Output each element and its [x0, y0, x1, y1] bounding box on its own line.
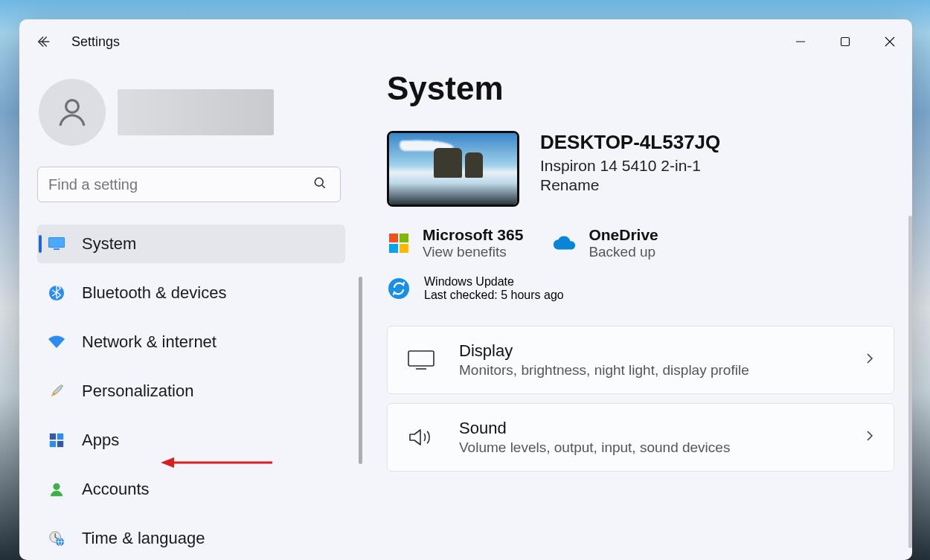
sidebar-item-label: Network & internet: [82, 332, 217, 352]
tile-title: Microsoft 365: [423, 226, 523, 244]
device-info: DESKTOP-4L537JQ Inspiron 14 5410 2-in-1 …: [540, 131, 720, 194]
sidebar-item-label: Personalization: [82, 382, 193, 401]
sidebar-item-label: Bluetooth & devices: [82, 283, 226, 303]
tile-sub: View benefits: [423, 244, 523, 260]
svg-rect-10: [57, 441, 63, 447]
card-display[interactable]: Display Monitors, brightness, night ligh…: [387, 326, 894, 394]
svg-rect-14: [389, 234, 398, 242]
card-title: Sound: [459, 419, 730, 438]
card-sub: Volume levels, output, input, sound devi…: [459, 440, 730, 456]
svg-rect-19: [408, 351, 434, 366]
wallpaper-image: [389, 133, 517, 205]
device-model: Inspiron 14 5410 2-in-1: [540, 157, 720, 175]
minimize-icon: [795, 36, 806, 47]
svg-rect-0: [841, 38, 850, 46]
sidebar-item-network[interactable]: Network & internet: [37, 323, 345, 361]
account-icon: [48, 480, 65, 498]
user-name-placeholder: [118, 89, 274, 135]
page-title: System: [387, 70, 894, 107]
wallpaper-preview[interactable]: [387, 131, 519, 207]
svg-rect-7: [50, 434, 56, 440]
paintbrush-icon: [48, 382, 65, 400]
sidebar-item-label: Accounts: [82, 480, 150, 499]
display-icon: [405, 344, 437, 376]
caption-buttons: [778, 24, 912, 59]
chevron-right-icon: [864, 430, 876, 445]
avatar: [39, 79, 106, 146]
tile-onedrive[interactable]: OneDrive Backed up: [553, 226, 658, 260]
search-icon: [312, 176, 327, 193]
svg-rect-15: [400, 234, 408, 242]
svg-rect-4: [49, 238, 64, 247]
tile-sub: Backed up: [589, 244, 658, 260]
card-sub: Monitors, brightness, night light, displ…: [459, 362, 749, 379]
svg-point-11: [53, 483, 60, 490]
svg-rect-9: [50, 441, 56, 447]
refresh-icon: [387, 277, 411, 300]
svg-rect-8: [57, 434, 63, 440]
person-icon: [54, 94, 90, 130]
maximize-icon: [840, 36, 850, 47]
card-title: Display: [459, 341, 749, 361]
sidebar-item-bluetooth[interactable]: Bluetooth & devices: [37, 274, 345, 312]
close-icon: [885, 36, 895, 47]
svg-point-2: [315, 178, 323, 186]
wifi-icon: [48, 333, 65, 351]
sound-icon: [405, 422, 437, 453]
card-sound[interactable]: Sound Volume levels, output, input, soun…: [387, 403, 894, 472]
svg-rect-16: [389, 244, 398, 253]
sidebar-item-time-language[interactable]: Time & language: [37, 519, 345, 558]
device-name: DESKTOP-4L537JQ: [540, 131, 720, 154]
settings-window: Settings: [19, 19, 912, 560]
svg-rect-17: [400, 244, 408, 253]
maximize-button[interactable]: [823, 24, 868, 59]
sidebar-nav: System Bluetooth & devices Network & int…: [37, 225, 345, 558]
tile-title: Windows Update: [424, 275, 564, 289]
titlebar: Settings: [19, 19, 912, 64]
sidebar-item-system[interactable]: System: [37, 225, 345, 263]
tile-title: OneDrive: [589, 226, 658, 244]
search-box[interactable]: [37, 167, 341, 202]
titlebar-left: Settings: [36, 33, 120, 51]
search-input[interactable]: [37, 167, 341, 202]
arrow-left-icon: [36, 33, 53, 50]
microsoft-logo-icon: [387, 231, 411, 255]
sidebar-item-label: Time & language: [82, 529, 205, 548]
svg-rect-5: [54, 248, 60, 250]
sidebar-item-personalization[interactable]: Personalization: [37, 372, 345, 411]
device-section: DESKTOP-4L537JQ Inspiron 14 5410 2-in-1 …: [387, 131, 894, 207]
profile-block[interactable]: [39, 79, 345, 146]
sidebar-item-apps[interactable]: Apps: [37, 421, 345, 460]
tile-windows-update[interactable]: Windows Update Last checked: 5 hours ago: [387, 275, 894, 302]
main-content: System DESKTOP-4L537JQ Inspiron 14 5410 …: [357, 64, 912, 560]
main-scrollbar[interactable]: [908, 216, 912, 548]
sidebar-item-accounts[interactable]: Accounts: [37, 470, 345, 509]
back-button[interactable]: [36, 33, 54, 51]
apps-icon: [48, 431, 65, 449]
window-body: System Bluetooth & devices Network & int…: [19, 64, 912, 560]
status-tiles: Microsoft 365 View benefits OneDrive Bac…: [387, 226, 894, 260]
sidebar-item-label: Apps: [82, 431, 119, 450]
onedrive-icon: [553, 231, 577, 255]
bluetooth-icon: [48, 284, 65, 302]
minimize-button[interactable]: [778, 24, 823, 59]
tile-microsoft-365[interactable]: Microsoft 365 View benefits: [387, 226, 523, 260]
tile-sub: Last checked: 5 hours ago: [424, 289, 564, 302]
rename-link[interactable]: Rename: [540, 176, 720, 194]
svg-point-18: [388, 278, 409, 299]
svg-point-1: [66, 100, 79, 113]
monitor-icon: [48, 235, 65, 253]
sidebar: System Bluetooth & devices Network & int…: [37, 64, 357, 560]
app-title: Settings: [71, 34, 120, 50]
close-button[interactable]: [868, 24, 912, 59]
chevron-right-icon: [864, 353, 876, 367]
sidebar-item-label: System: [82, 234, 136, 254]
clock-globe-icon: [48, 530, 65, 547]
